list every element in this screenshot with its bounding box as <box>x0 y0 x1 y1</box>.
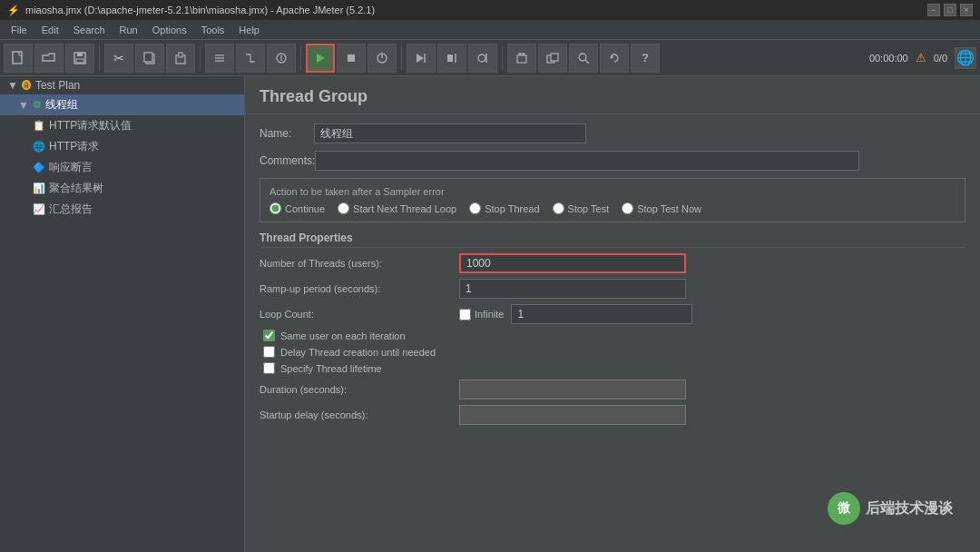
minimize-button[interactable]: − <box>927 4 940 16</box>
remote-stop-button[interactable] <box>437 44 466 73</box>
find-button[interactable] <box>569 44 598 73</box>
maximize-button[interactable]: □ <box>944 4 956 16</box>
close-button[interactable]: × <box>960 4 973 16</box>
save-button[interactable] <box>65 44 94 73</box>
same-user-label: Same user on each iteration <box>280 330 406 341</box>
menu-search[interactable]: Search <box>66 23 113 37</box>
testplan-expand-icon: ▼ <box>7 79 18 92</box>
svg-rect-23 <box>517 55 526 63</box>
clear-all-button[interactable] <box>538 44 567 73</box>
warning-icon: ⚠ <box>916 51 926 64</box>
loop-count-input[interactable] <box>511 304 692 324</box>
aggregate-label: 聚合结果树 <box>49 181 103 196</box>
sidebar-item-threadgroup[interactable]: ▼ ⚙ 线程组 <box>0 94 244 115</box>
toolbar-time-section: 00:00:00 ⚠ 0/0 🌐 <box>869 47 976 69</box>
help-button[interactable]: ? <box>631 44 660 73</box>
svg-rect-28 <box>551 54 558 61</box>
watermark: 微 后端技术漫谈 <box>828 492 953 525</box>
expand-button[interactable] <box>205 44 234 73</box>
duration-input[interactable] <box>459 380 686 399</box>
svg-rect-5 <box>144 53 152 62</box>
http-defaults-icon: 📋 <box>33 120 45 132</box>
title-bar: ⚡ miaosha.jmx (D:\apache-jmeter-5.2.1\bi… <box>0 0 980 20</box>
panel-body: Name: Comments: Action to be taken after… <box>245 114 980 439</box>
startup-label: Startup delay (seconds): <box>260 409 459 420</box>
radio-continue[interactable]: Continue <box>270 202 325 214</box>
remote-shutdown-button[interactable] <box>468 44 497 73</box>
num-threads-input[interactable] <box>459 253 686 273</box>
radio-stop-thread[interactable]: Stop Thread <box>469 202 539 214</box>
same-user-checkbox[interactable] <box>263 330 275 341</box>
watermark-text: 后端技术漫谈 <box>866 499 953 518</box>
sidebar-item-summary[interactable]: 📈 汇总报告 <box>0 199 244 220</box>
shutdown-button[interactable] <box>368 44 397 73</box>
svg-rect-19 <box>447 54 453 62</box>
run-button[interactable] <box>306 44 335 73</box>
duration-row: Duration (seconds): <box>260 380 965 399</box>
radio-stop-test[interactable]: Stop Test <box>553 202 610 214</box>
new-button[interactable] <box>4 44 33 73</box>
loop-infinite-label: Infinite <box>475 309 504 320</box>
sep2 <box>200 45 201 71</box>
same-user-row[interactable]: Same user on each iteration <box>260 330 965 341</box>
radio-next-thread[interactable]: Start Next Thread Loop <box>338 202 456 214</box>
collapse-button[interactable] <box>236 44 265 73</box>
menu-run[interactable]: Run <box>113 23 145 37</box>
menu-file[interactable]: File <box>4 23 34 37</box>
svg-marker-31 <box>611 55 614 59</box>
delay-thread-checkbox[interactable] <box>263 346 275 358</box>
action-radio-group: Continue Start Next Thread Loop Stop Thr… <box>270 202 956 214</box>
thread-properties-section: Thread Properties Number of Threads (use… <box>260 232 965 425</box>
sidebar-item-http-request[interactable]: 🌐 HTTP请求 <box>0 136 244 157</box>
threadgroup-label: 线程组 <box>45 97 78 113</box>
sidebar-item-http-defaults[interactable]: 📋 HTTP请求默认值 <box>0 115 244 136</box>
timer-display: 00:00:00 <box>869 53 908 64</box>
toggle-button[interactable] <box>267 44 296 73</box>
action-section-title: Action to be taken after a Sampler error <box>270 186 956 197</box>
delay-thread-label: Delay Thread creation until needed <box>280 347 436 358</box>
rampup-row: Ramp-up period (seconds): <box>260 279 965 299</box>
svg-marker-13 <box>317 54 325 63</box>
menu-options[interactable]: Options <box>145 23 194 37</box>
sidebar: ▼ 🅐 Test Plan ▼ ⚙ 线程组 📋 HTTP请求默认值 🌐 HTTP… <box>0 76 245 552</box>
svg-point-21 <box>478 54 485 62</box>
copy-button[interactable] <box>135 44 164 73</box>
name-label: Name: <box>260 127 314 140</box>
svg-line-30 <box>585 60 589 64</box>
stop-button[interactable] <box>337 44 366 73</box>
summary-icon: 📈 <box>33 203 45 215</box>
menu-tools[interactable]: Tools <box>194 23 232 37</box>
main-layout: ▼ 🅐 Test Plan ▼ ⚙ 线程组 📋 HTTP请求默认值 🌐 HTTP… <box>0 76 980 552</box>
http-request-icon: 🌐 <box>33 141 45 153</box>
radio-stop-thread-label: Stop Thread <box>485 203 539 214</box>
startup-input[interactable] <box>459 405 686 425</box>
specify-lifetime-checkbox[interactable] <box>263 362 275 374</box>
specify-lifetime-row[interactable]: Specify Thread lifetime <box>260 362 965 374</box>
menu-bar: File Edit Search Run Options Tools Help <box>0 20 980 40</box>
delay-thread-row[interactable]: Delay Thread creation until needed <box>260 346 965 358</box>
clear-button[interactable] <box>507 44 536 73</box>
paste-button[interactable] <box>166 44 195 73</box>
comments-row: Comments: <box>260 151 965 171</box>
watermark-icon: 微 <box>828 492 860 525</box>
loop-infinite-checkbox[interactable]: Infinite <box>459 309 504 320</box>
sidebar-item-aggregate[interactable]: 📊 聚合结果树 <box>0 178 244 199</box>
svg-rect-14 <box>348 54 355 62</box>
svg-rect-7 <box>179 53 182 57</box>
reset-button[interactable] <box>600 44 629 73</box>
remote-start-button[interactable] <box>407 44 436 73</box>
name-input[interactable] <box>314 123 586 143</box>
sidebar-item-testplan[interactable]: ▼ 🅐 Test Plan <box>0 76 244 94</box>
cut-button[interactable]: ✂ <box>104 44 133 73</box>
svg-point-29 <box>579 54 586 61</box>
rampup-label: Ramp-up period (seconds): <box>260 283 459 294</box>
open-button[interactable] <box>34 44 64 73</box>
comments-input[interactable] <box>315 151 859 171</box>
menu-help[interactable]: Help <box>231 23 267 37</box>
sidebar-item-assertion[interactable]: 🔷 响应断言 <box>0 157 244 178</box>
rampup-input[interactable] <box>459 279 686 299</box>
radio-stop-test-now[interactable]: Stop Test Now <box>622 202 701 214</box>
http-request-label: HTTP请求 <box>49 139 99 154</box>
menu-edit[interactable]: Edit <box>34 23 66 37</box>
globe-button[interactable]: 🌐 <box>955 47 976 69</box>
